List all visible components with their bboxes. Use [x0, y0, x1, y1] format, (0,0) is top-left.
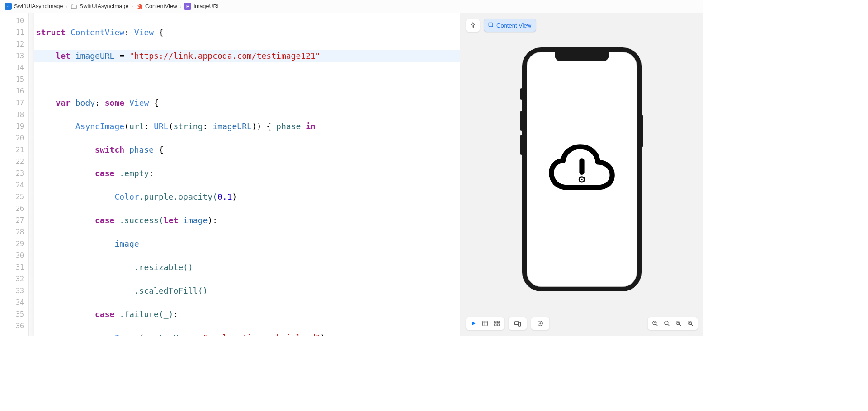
line-number: 24 — [0, 179, 28, 191]
svg-rect-3 — [483, 321, 488, 326]
svg-point-2 — [581, 179, 582, 180]
zoom-controls — [647, 317, 698, 330]
line-number: 13 — [0, 50, 28, 62]
line-number: 35 — [0, 308, 28, 320]
line-number-gutter: 1011121314151617181920212223242526272829… — [0, 13, 29, 336]
slider-icon — [536, 320, 545, 327]
line-number: 12 — [0, 38, 28, 50]
breadcrumb-project[interactable]: ⌂ SwiftUIAsyncImage — [5, 3, 63, 10]
live-icon[interactable] — [481, 320, 490, 327]
line-number: 27 — [0, 215, 28, 226]
square-icon — [488, 22, 494, 29]
breadcrumb-label: imageURL — [193, 3, 220, 9]
line-number: 14 — [0, 62, 28, 74]
device-frame — [522, 47, 642, 291]
zoom-actual-icon[interactable] — [674, 320, 683, 327]
side-button-icon — [520, 111, 522, 131]
swift-icon — [136, 3, 143, 10]
preview-canvas: Content View — [460, 13, 703, 336]
chevron-right-icon: › — [180, 4, 182, 9]
play-icon[interactable] — [469, 320, 478, 327]
line-number: 36 — [0, 320, 28, 332]
line-number: 17 — [0, 97, 28, 109]
code-content[interactable]: struct ContentView: View { let imageURL … — [34, 13, 460, 336]
zoom-fit-icon[interactable] — [662, 320, 671, 327]
property-icon: P — [184, 3, 191, 10]
svg-rect-7 — [497, 324, 499, 326]
main-area: 1011121314151617181920212223242526272829… — [0, 13, 703, 336]
settings-button[interactable] — [531, 317, 550, 330]
line-number: 18 — [0, 109, 28, 121]
line-number: 32 — [0, 273, 28, 285]
line-number: 23 — [0, 168, 28, 179]
breadcrumb: ⌂ SwiftUIAsyncImage › SwiftUIAsyncImage … — [0, 0, 703, 13]
line-number: 15 — [0, 74, 28, 85]
line-number: 20 — [0, 132, 28, 144]
grid-icon[interactable] — [492, 320, 501, 327]
svg-point-12 — [665, 321, 668, 325]
line-number: 33 — [0, 285, 28, 297]
side-button-icon — [520, 135, 522, 155]
chevron-right-icon: › — [66, 4, 67, 9]
line-number: 29 — [0, 238, 28, 250]
breadcrumb-symbol[interactable]: P imageURL — [184, 3, 220, 10]
device-screen — [527, 52, 637, 287]
line-number: 16 — [0, 85, 28, 97]
preview-controls — [466, 317, 505, 330]
line-number: 34 — [0, 297, 28, 308]
svg-rect-6 — [495, 324, 496, 326]
preview-chip-label: Content View — [496, 22, 531, 29]
svg-rect-4 — [495, 321, 496, 323]
preview-chip[interactable]: Content View — [484, 19, 536, 32]
device-selector-button[interactable] — [508, 317, 527, 330]
svg-rect-5 — [497, 321, 499, 323]
line-number: 22 — [0, 156, 28, 168]
breadcrumb-folder[interactable]: SwiftUIAsyncImage — [70, 3, 128, 10]
breadcrumb-file[interactable]: ContentView — [136, 3, 177, 10]
exclamation-icloud-icon — [546, 133, 618, 206]
line-number: 30 — [0, 250, 28, 262]
line-number: 19 — [0, 121, 28, 132]
line-number: 28 — [0, 226, 28, 238]
code-editor[interactable]: 1011121314151617181920212223242526272829… — [0, 13, 460, 336]
breadcrumb-label: ContentView — [145, 3, 177, 9]
breadcrumb-label: SwiftUIAsyncImage — [80, 3, 128, 9]
side-button-icon — [642, 115, 643, 147]
line-number: 10 — [0, 15, 28, 27]
device-icon — [513, 320, 522, 327]
line-number: 21 — [0, 144, 28, 156]
folder-icon — [70, 3, 77, 10]
preview-bottombar — [466, 317, 698, 330]
svg-rect-0 — [489, 23, 493, 27]
line-number: 26 — [0, 203, 28, 215]
preview-topbar: Content View — [466, 19, 536, 32]
chevron-right-icon: › — [131, 4, 133, 9]
fold-ribbon[interactable] — [29, 13, 34, 336]
line-number: 11 — [0, 27, 28, 38]
zoom-in-icon[interactable] — [686, 320, 695, 327]
zoom-out-icon[interactable] — [651, 320, 660, 327]
side-button-icon — [520, 88, 522, 100]
breadcrumb-label: SwiftUIAsyncImage — [14, 3, 63, 9]
project-icon: ⌂ — [5, 3, 12, 10]
line-number: 25 — [0, 191, 28, 203]
line-number: 31 — [0, 262, 28, 273]
pin-button[interactable] — [466, 19, 480, 32]
